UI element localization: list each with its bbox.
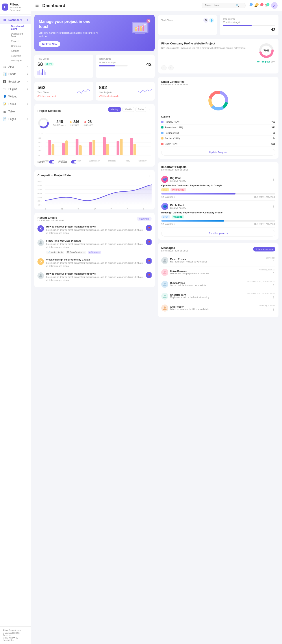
tab-monthly[interactable]: Monthly (108, 107, 121, 112)
sidebar-item-plugins[interactable]: ♡ Plugins › (0, 85, 31, 93)
project-tags-2: UI/UX WEBSITE (161, 215, 275, 218)
svg-point-66 (164, 306, 166, 308)
analytics-toggle[interactable] (71, 160, 77, 164)
project-item-1: 🌀 Big Wind Creative Agency ⋮ Optimizatio… (161, 174, 275, 201)
email-header: Recent Emails Lorem ipsum dolor sit amet… (38, 216, 152, 222)
spam-dot (161, 143, 163, 145)
svg-point-64 (164, 283, 166, 284)
user-icon-5 (162, 306, 167, 310)
email-avatar-3: O (38, 258, 44, 265)
svg-point-53 (40, 274, 42, 276)
charts-icon: 📊 (3, 72, 7, 76)
user-avatar-icon (39, 240, 43, 245)
menu-icon[interactable]: ☰ (35, 3, 39, 8)
msg-more-icon-4[interactable]: ⋮ (272, 296, 275, 300)
search-input[interactable] (205, 4, 236, 7)
tab-weekly[interactable]: Weekly (122, 107, 134, 112)
pin-button-4[interactable]: 📌 (146, 272, 152, 278)
user-icon-4 (162, 294, 167, 298)
sidebar-item-project[interactable]: Project (8, 39, 31, 44)
sparkbar (42, 69, 43, 75)
sparkbar (45, 72, 46, 75)
pin-button-3[interactable]: 📌 (146, 258, 152, 264)
action-icon-1[interactable]: ⚙ (203, 18, 208, 23)
avatar[interactable]: A (271, 2, 277, 9)
svg-rect-32 (103, 137, 106, 155)
sidebar-item-pages[interactable]: 📄 Pages › (0, 115, 31, 123)
sidebar-item-apps[interactable]: ⚏ Apps › (0, 63, 31, 70)
mail-icon-wrap[interactable]: ✉ 3 (260, 4, 262, 7)
project-item-2: 🔵 Circle Hunt Creative Agency ⋮ Redesign… (161, 201, 275, 228)
sidebar-item-table[interactable]: ⊞ Table (0, 108, 31, 115)
project-more-icon[interactable]: ⋮ (272, 177, 275, 182)
task-row-2: 12 Task Done Due date: 12/05/2020 (161, 223, 275, 225)
pin-button-2[interactable]: 📌 (146, 240, 152, 245)
sidebar-item-charts[interactable]: 📊 Charts › (0, 70, 31, 78)
company-donut-chart: 70% (257, 42, 275, 60)
chevron-right-icon: › (27, 118, 28, 120)
action-icon-2[interactable]: 💧 (209, 18, 214, 23)
sidebar-item-messages[interactable]: Messages (8, 58, 31, 63)
calendar-badge: 5 (266, 3, 269, 6)
project-stats-row: 246 Total Projects 246 On Going 28 Unfin… (38, 117, 152, 129)
email-item-4: How to improve project management flows … (38, 270, 152, 284)
primary-dot (161, 121, 163, 123)
search-bar[interactable]: 🔍 (202, 3, 246, 8)
card-header-completion: Completion Project Rate ⋮ (38, 173, 152, 177)
sidebar-item-bootstrap[interactable]: 🅱 Bootstrap › (0, 78, 31, 85)
sidebar-item-dashboard-dark[interactable]: Dashboard Dark (8, 31, 31, 39)
new-message-button[interactable]: + New Messages (253, 247, 275, 252)
bell-icon-wrap[interactable]: 🔔 1 (254, 4, 257, 7)
legend-row-promotion: Promotion (11%) 321 (161, 125, 275, 130)
sidebar-item-widget[interactable]: 👤 Widget (0, 93, 31, 100)
svg-point-63 (164, 271, 166, 272)
sparkbar (41, 72, 42, 75)
update-progress-button[interactable]: Update Progress (161, 149, 275, 156)
messages-header: Messages Lorem ipsum dolor sit amet + Ne… (161, 246, 275, 252)
msg-more-icon-2[interactable]: ⋮ (272, 272, 275, 276)
pin-button[interactable]: 📌 (146, 225, 152, 230)
stats-row: Total Clients 68 +0,5% (34, 54, 155, 78)
line-chart-svg: 70k 60k 50k 40k 30k 20k 10k (38, 180, 152, 206)
sidebar-item-dashboard-light[interactable]: Dashboard Light (8, 24, 31, 31)
msg-more-icon[interactable]: ⋮ (272, 260, 275, 264)
number-toggle[interactable] (49, 160, 55, 164)
svg-rect-7 (135, 33, 145, 34)
more-options-icon-2[interactable]: ⋮ (148, 173, 152, 177)
pin-other-projects-button[interactable]: Pin other projects (161, 230, 275, 236)
bar-chart-area: 100 80 60 40 20 0 (38, 132, 152, 158)
project-more-icon-2[interactable]: ⋮ (272, 204, 275, 208)
sidebar-item-kanban[interactable]: Kanban (8, 48, 31, 53)
email-item-3: O Weekly Design Inspirations by Envato L… (38, 256, 152, 270)
svg-text:20k: 20k (38, 200, 42, 202)
svg-text:50k: 50k (38, 188, 42, 190)
svg-rect-26 (62, 143, 65, 155)
tab-group-project-stats: Monthly Weekly Today (108, 107, 146, 112)
msg-more-icon-5[interactable]: ⋮ (272, 307, 275, 312)
unfinished-stat: 28 Unfinished (83, 120, 93, 126)
toggle-knob-2 (74, 160, 77, 163)
star-icon-wrap[interactable]: ☆ (249, 4, 251, 7)
more-options-icon[interactable]: ⋮ (148, 109, 152, 113)
sidebar-item-forms[interactable]: 📝 Forms › (0, 100, 31, 108)
try-free-button[interactable]: Try Free Now (39, 41, 60, 47)
svg-rect-27 (65, 140, 68, 155)
svg-text:📈: 📈 (148, 20, 150, 22)
bar-chart-svg: 100 80 60 40 20 0 (38, 132, 151, 158)
view-more-button[interactable]: View More (137, 217, 152, 221)
next-button[interactable]: › (168, 65, 174, 70)
msg-more-icon-3[interactable]: ⋮ (272, 284, 275, 288)
sidebar-footer: Fillow Saas Admin © 2021 All Rights Rese… (0, 626, 31, 644)
forms-icon: 📝 (3, 102, 7, 106)
line-chart-area: 70k 60k 50k 40k 30k 20k 10k (38, 180, 152, 206)
tab-today[interactable]: Today (135, 107, 146, 112)
msg-content-3: Ruben Press Ok sir, I will fix it as soo… (170, 282, 246, 287)
sidebar-item-calendar[interactable]: Calendar (8, 53, 31, 58)
prev-button[interactable]: ‹ (161, 65, 167, 70)
msg-content-2: Kaiya Bergson I remember that project du… (170, 270, 257, 275)
sidebar-item-contacts[interactable]: Contacts (8, 44, 31, 48)
sparkline-wave (77, 87, 90, 95)
calendar-icon-wrap[interactable]: 📅 5 (265, 4, 268, 7)
svg-rect-29 (79, 145, 82, 155)
sidebar-item-dashboard[interactable]: ⊞ Dashboard ▾ (0, 16, 31, 24)
